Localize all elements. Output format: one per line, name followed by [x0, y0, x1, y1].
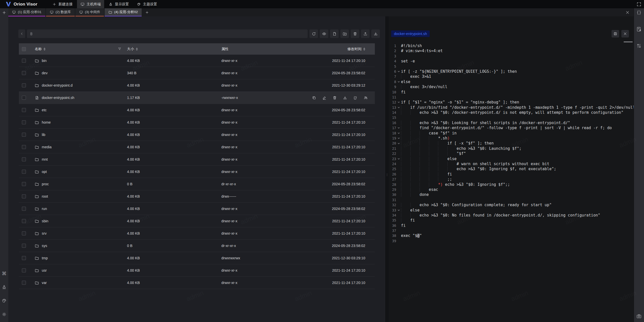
file-name-cell[interactable]: mnt — [29, 157, 127, 162]
rail-screenshot-icon[interactable] — [636, 313, 642, 319]
table-row[interactable]: dev340 Bdrwxr-xr-x2024-05-28 23:58:02 — [19, 67, 375, 79]
code-editor[interactable]: 1#!/bin/sh2# vim:sw=4:ts=4:et34set -e56i… — [389, 43, 634, 322]
column-header-time[interactable]: 修改时间 — [297, 47, 375, 51]
path-input[interactable] — [35, 31, 305, 36]
top-menu-item-host-terminal[interactable]: 主机终端 — [77, 0, 104, 8]
code-line[interactable]: 38exec "$@" — [389, 233, 634, 238]
fold-arrow-icon[interactable] — [396, 136, 401, 141]
file-name-cell[interactable]: run — [29, 207, 127, 211]
download-button[interactable] — [371, 29, 380, 38]
row-checkbox[interactable] — [22, 231, 26, 235]
sidebar-theme-settings-icon[interactable] — [2, 298, 7, 303]
new-tab-button[interactable] — [142, 8, 151, 16]
table-row[interactable]: run4.00 KBdrwxr-xr-x2024-05-28 23:58:02 — [19, 203, 375, 215]
table-row[interactable]: lib4.00 KBdrwxr-xr-x2021-11-24 17:20:10 — [19, 129, 375, 141]
row-checkbox[interactable] — [22, 207, 26, 211]
select-all-checkbox[interactable] — [22, 47, 26, 51]
code-line[interactable]: 31 — [389, 197, 634, 202]
code-line[interactable]: 6if [ -z "${NGINX_ENTRYPOINT_QUIET_LOGS:… — [389, 69, 634, 74]
file-name-cell[interactable]: etc — [29, 108, 127, 112]
preview-button[interactable] — [320, 29, 328, 38]
file-name-cell[interactable]: docker-entrypoint.d — [29, 83, 127, 88]
code-line[interactable]: 10fi — [389, 90, 634, 95]
close-editor-button[interactable] — [621, 30, 629, 38]
fold-arrow-icon[interactable] — [396, 208, 401, 213]
fold-arrow-icon[interactable] — [396, 131, 401, 136]
code-line[interactable]: 17 find "/docker-entrypoint.d/" -follow … — [389, 125, 634, 130]
code-line[interactable]: 28 *) echo >&3 "$0: Ignoring $f";; — [389, 182, 634, 187]
table-row[interactable]: docker-entrypoint.d4.00 KBdrwxr-xr-x2021… — [19, 79, 375, 92]
sidebar-shortcut-command-icon[interactable]: ⌘ — [2, 271, 7, 276]
row-checkbox[interactable] — [22, 71, 26, 75]
code-line[interactable]: 23 else — [389, 156, 634, 161]
row-action-download-icon[interactable] — [343, 96, 347, 100]
fullscreen-icon[interactable] — [636, 2, 641, 7]
table-row[interactable]: docker-entrypoint.sh1.17 KB-rwxrwxr-x — [19, 92, 375, 104]
code-line[interactable]: 20 if [ -x "$f" ]; then — [389, 141, 634, 146]
row-checkbox[interactable] — [22, 145, 26, 149]
table-row[interactable]: tmp4.00 KBdrwxrwxrwx2021-12-30 03:29:10 — [19, 252, 375, 264]
filter-icon[interactable] — [118, 47, 122, 51]
file-name-cell[interactable]: sbin — [29, 219, 127, 223]
row-checkbox[interactable] — [22, 59, 26, 63]
code-line[interactable]: 14 echo >&3 "$0: /docker-entrypoint.d/ i… — [389, 110, 634, 115]
row-checkbox[interactable] — [22, 83, 26, 87]
code-line[interactable]: 7 exec 3>&1 — [389, 74, 634, 79]
row-checkbox[interactable] — [22, 157, 26, 161]
file-name-cell[interactable]: media — [29, 145, 127, 149]
code-line[interactable]: 39 — [389, 238, 634, 243]
code-line[interactable]: 18 case "$f" in — [389, 131, 634, 136]
code-line[interactable]: 36fi — [389, 223, 634, 228]
row-checkbox[interactable] — [22, 108, 26, 112]
code-line[interactable]: 9 exec 3>/dev/null — [389, 84, 634, 89]
row-checkbox[interactable] — [22, 194, 26, 198]
terminal-tab-3[interactable]: (3) 中间件 — [75, 8, 104, 16]
file-name-cell[interactable]: home — [29, 120, 127, 125]
code-line[interactable]: 24 # warn on shell scripts without exec … — [389, 161, 634, 166]
row-checkbox[interactable] — [22, 281, 26, 285]
code-line[interactable]: 16 echo >&3 "$0: Looking for shell scrip… — [389, 120, 634, 125]
column-header-size[interactable]: 大小 — [127, 47, 221, 51]
sort-carets-icon[interactable] — [363, 48, 365, 51]
file-name-cell[interactable]: var — [29, 281, 127, 285]
sort-carets-icon[interactable] — [136, 48, 138, 51]
row-action-edit-icon[interactable] — [322, 96, 327, 100]
top-menu-item-display-settings[interactable]: 显示设置 — [105, 0, 132, 8]
code-line[interactable]: 15 — [389, 115, 634, 120]
fold-arrow-icon[interactable] — [396, 79, 401, 84]
code-line[interactable]: 3 — [389, 54, 634, 59]
file-name-cell[interactable]: usr — [29, 268, 127, 273]
code-line[interactable]: 11 — [389, 95, 634, 100]
fold-arrow-icon[interactable] — [396, 141, 401, 146]
fold-arrow-icon[interactable] — [396, 100, 401, 105]
sidebar-new-tab-icon[interactable] — [0, 10, 8, 15]
row-checkbox[interactable] — [22, 182, 26, 186]
row-action-permission-icon[interactable] — [364, 96, 368, 100]
table-row[interactable]: sbin4.00 KBdrwxr-xr-x2021-11-24 17:20:10 — [19, 215, 375, 227]
code-line[interactable]: 2# vim:sw=4:ts=4:et — [389, 48, 634, 53]
code-line[interactable]: 29 esac — [389, 187, 634, 192]
file-name-cell[interactable]: root — [29, 194, 127, 199]
column-header-name[interactable]: 名称 — [29, 47, 127, 51]
sort-carets-icon[interactable] — [44, 48, 46, 51]
code-line[interactable]: 1#!/bin/sh — [389, 43, 634, 48]
back-button[interactable] — [18, 29, 25, 38]
table-row[interactable]: root4.00 KBdrwx------2021-11-24 17:20:10 — [19, 190, 375, 203]
row-checkbox[interactable] — [22, 219, 26, 223]
table-row[interactable]: mnt4.00 KBdrwxr-xr-x2021-11-24 17:20:10 — [19, 153, 375, 166]
close-panel-icon[interactable] — [625, 10, 630, 15]
rail-swap-vertical-icon[interactable] — [636, 43, 642, 49]
terminal-tab-2[interactable]: (2) 数据库 — [46, 8, 75, 16]
code-line[interactable]: 19 *.sh) — [389, 136, 634, 141]
code-line[interactable]: 13 if /usr/bin/find "/docker-entrypoint.… — [389, 105, 634, 110]
terminal-tab-1[interactable]: (1) 应用-分析01 — [8, 8, 45, 16]
code-line[interactable]: 12if [ "$1" = "nginx" -o "$1" = "nginx-d… — [389, 100, 634, 105]
code-line[interactable]: 32 echo >&3 "$0: Configuration complete;… — [389, 202, 634, 207]
code-line[interactable]: 34 echo >&3 "$0: No files found in /dock… — [389, 213, 634, 218]
scrollbar-thumb[interactable] — [624, 42, 633, 42]
table-row[interactable]: home4.00 KBdrwxr-xr-x2021-11-24 17:20:10 — [19, 116, 375, 129]
code-line[interactable]: 25 echo >&3 "$0: Ignoring $f, not execut… — [389, 166, 634, 171]
table-row[interactable]: etc4.00 KBdrwxr-xr-x2024-05-28 23:58:02 — [19, 104, 375, 116]
file-name-cell[interactable]: proc — [29, 182, 127, 186]
table-row[interactable]: srv4.00 KBdrwxr-xr-x2021-11-24 17:20:10 — [19, 227, 375, 240]
